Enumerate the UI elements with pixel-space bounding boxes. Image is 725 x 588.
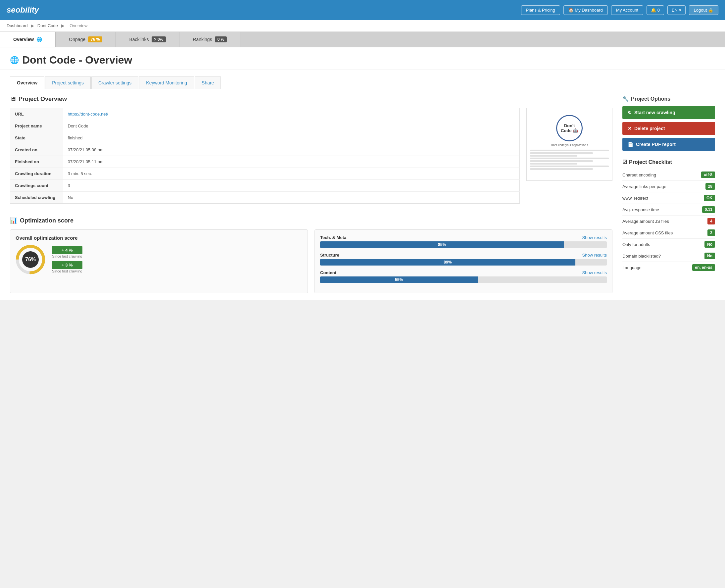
- project-overview-header: 🖥 Project Overview: [10, 96, 613, 103]
- backlinks-badge: > 0%: [152, 37, 166, 42]
- breadcrumb-dashboard[interactable]: Dashboard: [7, 23, 28, 28]
- tab-overview[interactable]: Overview 🌐: [0, 32, 56, 47]
- btn-icon: 📄: [628, 142, 633, 147]
- chart-icon: 📊: [10, 217, 17, 224]
- table-row: Statefinished: [10, 132, 520, 144]
- inner-tab-crawler-settings[interactable]: Crawler settings: [91, 77, 138, 89]
- bar-fill: 89%: [320, 259, 575, 266]
- checklist-label: www. redirect: [622, 196, 648, 201]
- globe-icon-title: 🌐: [10, 56, 19, 65]
- preview-lines: [530, 149, 609, 171]
- table-wrapper: URLhttps://dont-code.net/Project nameDon…: [10, 108, 520, 210]
- checklist-row: Domain blacklisted? No: [622, 250, 715, 262]
- tab-onpage[interactable]: Onpage 76 %: [56, 32, 116, 47]
- right-column: 🔧 Project Options ↻Start new crawling✕De…: [622, 96, 715, 293]
- optimization-section: 📊 Optimization score Overall optimizatio…: [10, 217, 613, 293]
- notifications-button[interactable]: 🔔 0: [646, 5, 664, 15]
- my-dashboard-button[interactable]: 🏠 My Dashboard: [563, 5, 608, 15]
- score-bar-row: Structure Show results 89%: [320, 253, 607, 266]
- checklist-badge: 0.11: [702, 206, 715, 213]
- checklist-badge: utf-8: [701, 171, 715, 178]
- table-row: Crawling duration3 min. 5 sec.: [10, 168, 520, 180]
- dont-code-logo: Don't Code 🤖: [556, 115, 583, 141]
- bar-track: 85%: [320, 241, 607, 248]
- checklist-label: Avg. response time: [622, 207, 659, 212]
- overview-row: URLhttps://dont-code.net/Project nameDon…: [10, 108, 613, 210]
- onpage-badge: 76 %: [88, 37, 102, 42]
- checklist-row: Only for adults No: [622, 239, 715, 250]
- inner-tab-keyword-monitoring[interactable]: Keyword Monitoring: [139, 77, 194, 89]
- chevron-down-icon: ▾: [679, 7, 681, 13]
- checklist-badge: en, en-us: [692, 264, 715, 271]
- url-link[interactable]: https://dont-code.net/: [68, 111, 108, 117]
- checklist-label: Average amount CSS files: [622, 230, 673, 235]
- breadcrumb-separator-1: ▶: [31, 23, 34, 28]
- logo: seobility: [7, 5, 39, 15]
- breadcrumb-project[interactable]: Dont Code: [37, 23, 58, 28]
- project-checklist: ☑ Project Checklist Charset encoding utf…: [622, 159, 715, 273]
- check-icon: ☑: [622, 159, 627, 165]
- donut-container: 76% + 4 % Since last crawling + 3 % Sinc…: [16, 245, 302, 274]
- checklist-label: Only for adults: [622, 242, 650, 247]
- page-title-section: 🌐 Dont Code - Overview: [0, 47, 725, 70]
- show-results-link[interactable]: Show results: [582, 270, 607, 275]
- checklist-row: Average amount JS files 4: [622, 215, 715, 227]
- my-account-button[interactable]: My Account: [611, 5, 643, 15]
- inner-tab-share[interactable]: Share: [195, 77, 221, 89]
- bar-track: 89%: [320, 259, 607, 266]
- score-bar-row: Content Show results 55%: [320, 270, 607, 283]
- tabs-bar: Overview 🌐 Onpage 76 % Backlinks > 0% Ra…: [0, 32, 725, 47]
- logout-button[interactable]: Logout 🔒: [689, 5, 718, 15]
- header-nav: Plans & Pricing 🏠 My Dashboard My Accoun…: [521, 5, 718, 15]
- bell-icon: 🔔: [651, 7, 656, 13]
- score-bar-title: Tech. & Meta: [320, 235, 346, 240]
- checklist-row: Avg. response time 0.11: [622, 204, 715, 215]
- wrench-icon: 🔧: [622, 96, 629, 102]
- rankings-badge: 0 %: [215, 37, 227, 42]
- tab-backlinks[interactable]: Backlinks > 0%: [116, 32, 179, 47]
- create-pdf-report-button[interactable]: 📄Create PDF report: [622, 138, 715, 151]
- table-row: Finished on07/20/21 05:11 pm: [10, 156, 520, 168]
- project-table: URLhttps://dont-code.net/Project nameDon…: [10, 108, 520, 204]
- checklist-label: Language: [622, 265, 642, 270]
- project-preview: Don't Code 🤖 Dont-code your application …: [526, 108, 613, 181]
- inner-tab-project-settings[interactable]: Project settings: [45, 77, 91, 89]
- language-button[interactable]: EN ▾: [667, 5, 686, 15]
- checklist-badge: 4: [707, 218, 715, 225]
- inner-tabs: Overview Project settings Crawler settin…: [10, 77, 715, 89]
- show-results-link[interactable]: Show results: [582, 235, 607, 240]
- checklist-label: Domain blacklisted?: [622, 254, 661, 258]
- checklist-label: Average links per page: [622, 184, 666, 189]
- overall-score-card: Overall optimization score 76%: [10, 229, 308, 293]
- since-last-badge: + 4 %: [52, 246, 82, 254]
- start-new-crawling-button[interactable]: ↻Start new crawling: [622, 106, 715, 119]
- optimization-header: 📊 Optimization score: [10, 217, 613, 224]
- home-icon: 🏠: [569, 7, 574, 13]
- plans-pricing-button[interactable]: Plans & Pricing: [521, 5, 560, 15]
- checklist-row: www. redirect OK: [622, 192, 715, 204]
- table-row: Created on07/20/21 05:08 pm: [10, 144, 520, 156]
- inner-tab-overview[interactable]: Overview: [10, 77, 44, 89]
- table-row: Scheduled crawlingNo: [10, 192, 520, 204]
- since-last-text: Since last crawling: [52, 254, 82, 258]
- show-results-link[interactable]: Show results: [582, 253, 607, 257]
- page-title: Dont Code - Overview: [22, 54, 132, 66]
- checklist-label: Average amount JS files: [622, 219, 669, 224]
- since-first-badge: + 3 %: [52, 261, 82, 269]
- lock-icon: 🔒: [708, 7, 713, 13]
- checklist-row: Language en, en-us: [622, 262, 715, 273]
- delete-project-button[interactable]: ✕Delete project: [622, 122, 715, 135]
- bar-track: 55%: [320, 276, 607, 283]
- tab-rankings[interactable]: Rankings 0 %: [179, 32, 240, 47]
- header: seobility Plans & Pricing 🏠 My Dashboard…: [0, 0, 725, 20]
- bar-fill: 55%: [320, 276, 478, 283]
- score-bar-header: Structure Show results: [320, 253, 607, 257]
- left-column: 🖥 Project Overview URLhttps://dont-code.…: [10, 96, 613, 293]
- table-row: URLhttps://dont-code.net/: [10, 108, 520, 120]
- breadcrumb-current: Overview: [69, 23, 87, 28]
- monitor-icon: 🖥: [10, 96, 16, 103]
- project-options-title: 🔧 Project Options: [622, 96, 715, 102]
- project-options: 🔧 Project Options ↻Start new crawling✕De…: [622, 96, 715, 151]
- donut-wrapper: 76%: [16, 245, 45, 274]
- two-column-layout: 🖥 Project Overview URLhttps://dont-code.…: [10, 96, 715, 293]
